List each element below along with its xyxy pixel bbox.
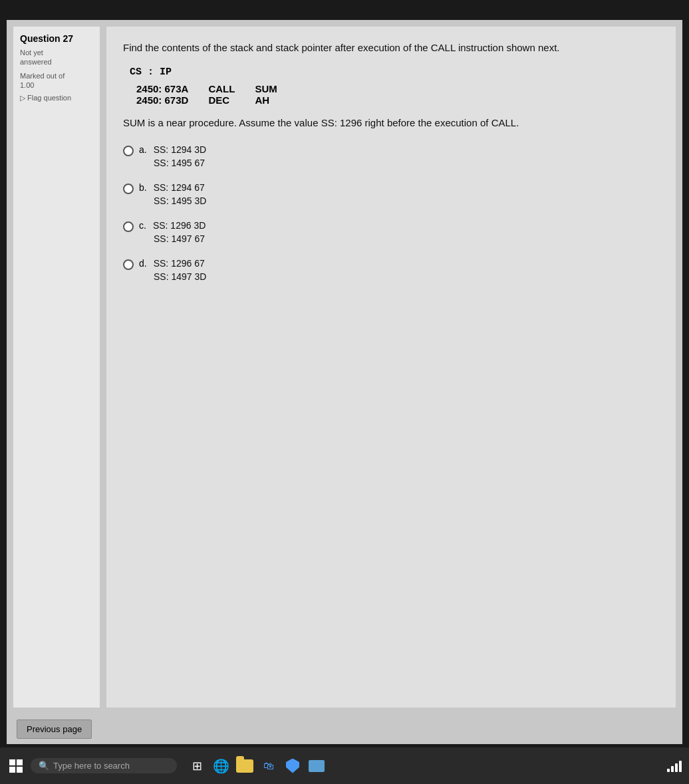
option-b-line1: SS: 1294 67 xyxy=(154,182,205,193)
taskbar-icons: ⊞ 🌐 🛍 xyxy=(188,757,326,775)
option-b-letter: b. xyxy=(139,182,147,193)
radio-b[interactable] xyxy=(123,184,134,194)
previous-page-button[interactable]: Previous page xyxy=(17,719,92,739)
question-area: Find the contents of the stack and stack… xyxy=(106,27,676,708)
option-c-letter: c. xyxy=(139,220,146,231)
windows-icon xyxy=(9,759,23,773)
asm-operand-2: AH xyxy=(255,94,297,106)
option-c-line2: SS: 1497 67 xyxy=(154,233,205,244)
option-c-content: c. SS: 1296 3D SS: 1497 67 xyxy=(139,220,206,245)
shield-icon[interactable] xyxy=(283,757,302,775)
option-d-content: d. SS: 1296 67 SS: 1497 3D xyxy=(139,258,206,283)
folder-shape xyxy=(236,759,253,773)
taskbar-search[interactable]: 🔍 Type here to search xyxy=(31,758,177,773)
asm-operand-1: SUM xyxy=(255,83,297,94)
windows-start-button[interactable] xyxy=(5,755,27,777)
asm-row-1: 2450: 673A CALL SUM xyxy=(136,83,297,94)
asm-instruction-1: CALL xyxy=(208,83,255,94)
asm-address-1: 2450: 673A xyxy=(136,83,208,94)
sidebar: Question 27 Not yet answered Marked out … xyxy=(13,27,100,708)
asm-address-2: 2450: 673D xyxy=(136,94,208,106)
radio-a[interactable] xyxy=(123,146,134,156)
search-icon: 🔍 xyxy=(39,761,49,771)
option-a-line1: SS: 1294 3D xyxy=(154,144,206,155)
option-c[interactable]: c. SS: 1296 3D SS: 1497 67 xyxy=(123,220,659,245)
option-a-letter: a. xyxy=(139,144,147,155)
option-c-line1: SS: 1296 3D xyxy=(153,220,206,231)
taskview-icon[interactable]: ⊞ xyxy=(188,757,206,775)
option-d-letter: d. xyxy=(139,258,147,269)
asm-instruction-2: DEC xyxy=(208,94,255,106)
option-b[interactable]: b. SS: 1294 67 SS: 1495 3D xyxy=(123,182,659,207)
flag-question-button[interactable]: ▷ Flag question xyxy=(20,94,93,102)
bottom-bar: Previous page xyxy=(7,714,682,744)
option-d[interactable]: d. SS: 1296 67 SS: 1497 3D xyxy=(123,258,659,283)
radio-d[interactable] xyxy=(123,259,134,270)
option-b-line2: SS: 1495 3D xyxy=(154,196,206,206)
option-b-content: b. SS: 1294 67 SS: 1495 3D xyxy=(139,182,206,207)
shield-shape xyxy=(286,759,299,773)
taskbar: 🔍 Type here to search ⊞ 🌐 🛍 xyxy=(0,747,689,784)
option-a-line2: SS: 1495 67 xyxy=(154,158,205,168)
option-a-content: a. SS: 1294 3D SS: 1495 67 xyxy=(139,144,206,169)
wifi-bar-3 xyxy=(675,763,678,772)
asm-table: 2450: 673A CALL SUM 2450: 673D DEC AH xyxy=(136,83,297,106)
wifi-bar-1 xyxy=(667,769,670,772)
question-intro: Find the contents of the stack and stack… xyxy=(123,40,659,56)
wifi-bars xyxy=(667,760,682,772)
radio-c[interactable] xyxy=(123,221,134,232)
search-placeholder-text: Type here to search xyxy=(53,761,130,771)
monitor-shape xyxy=(309,760,325,772)
question-status: Not yet answered xyxy=(20,48,93,67)
taskbar-right xyxy=(665,757,684,775)
wifi-icon[interactable] xyxy=(665,757,684,775)
option-d-line1: SS: 1296 67 xyxy=(154,258,205,269)
store-icon[interactable]: 🛍 xyxy=(259,757,278,775)
question-number-label: Question 27 xyxy=(20,33,93,44)
wifi-bar-2 xyxy=(671,766,674,772)
marked-out-label: Marked out of 1.00 xyxy=(20,71,93,90)
option-d-line2: SS: 1497 3D xyxy=(154,271,206,282)
code-block: CS : IP 2450: 673A CALL SUM 2450: 673D D… xyxy=(130,66,659,106)
wifi-bar-4 xyxy=(679,761,682,772)
folder-icon[interactable] xyxy=(235,757,254,775)
monitor-icon[interactable] xyxy=(307,757,326,775)
cs-ip-line: CS : IP xyxy=(130,66,659,78)
options-container: a. SS: 1294 3D SS: 1495 67 b. S xyxy=(123,144,659,283)
edge-icon[interactable]: 🌐 xyxy=(211,757,230,775)
asm-row-2: 2450: 673D DEC AH xyxy=(136,94,297,106)
procedure-note: SUM is a near procedure. Assume the valu… xyxy=(123,115,659,131)
option-a[interactable]: a. SS: 1294 3D SS: 1495 67 xyxy=(123,144,659,169)
